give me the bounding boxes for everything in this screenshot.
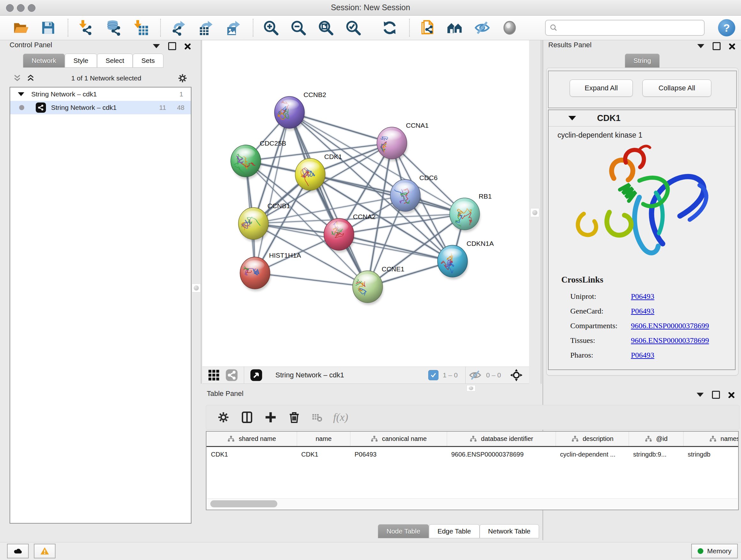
network-collection-row[interactable]: String Network – cdk1 1: [10, 87, 191, 101]
panel-menu-icon[interactable]: [697, 44, 704, 48]
import-network-database-icon[interactable]: [105, 20, 121, 36]
delete-column-icon[interactable]: [288, 411, 300, 424]
panel-float-icon[interactable]: [168, 42, 176, 50]
crosslink-link[interactable]: P06493: [631, 351, 654, 360]
table-cell[interactable]: stringdb:9...: [629, 451, 683, 458]
tab-string[interactable]: String: [625, 54, 660, 68]
section-collapse-icon[interactable]: [568, 116, 576, 120]
crosslink-link[interactable]: P06493: [631, 292, 654, 301]
panel-menu-icon[interactable]: [153, 44, 160, 48]
collapse-all-button[interactable]: Collapse All: [643, 79, 711, 97]
network-tree: String Network – cdk1 1 String Network –…: [10, 87, 192, 523]
network-row[interactable]: String Network – cdk1 11 48: [10, 101, 191, 114]
zoom-selected-icon[interactable]: [345, 20, 361, 36]
network-node-cdk1[interactable]: CDK1: [295, 153, 342, 192]
export-image-icon[interactable]: [225, 20, 241, 36]
panel-float-icon[interactable]: [712, 391, 720, 399]
table-options-gear-icon[interactable]: [217, 411, 230, 424]
grid-view-icon[interactable]: [207, 369, 220, 381]
network-node-hist1h1a[interactable]: HIST1H1A: [236, 252, 301, 291]
zoom-out-icon[interactable]: [290, 20, 307, 36]
table-horizontal-scrollbar[interactable]: [207, 498, 738, 509]
search-input[interactable]: [558, 23, 693, 32]
export-table-icon[interactable]: [198, 20, 214, 36]
crosslink-link[interactable]: 9606.ENSP00000378699: [631, 321, 709, 330]
panel-close-icon[interactable]: [729, 43, 735, 50]
panel-float-icon[interactable]: [713, 42, 721, 50]
network-node-rb1[interactable]: RB1: [450, 192, 492, 234]
gene-description: cyclin-dependent kinase 1: [557, 131, 735, 139]
network-node-ccnb2[interactable]: CCNB2: [274, 91, 326, 131]
tab-network-table[interactable]: Network Table: [480, 524, 539, 538]
table-cell[interactable]: stringdb: [683, 451, 739, 458]
open-session-icon[interactable]: [13, 20, 29, 36]
right-splitter-handle[interactable]: [530, 208, 539, 217]
cloud-status-button[interactable]: [7, 544, 29, 558]
panel-menu-icon[interactable]: [697, 393, 704, 397]
import-table-icon[interactable]: [133, 20, 149, 36]
tab-node-table[interactable]: Node Table: [378, 524, 429, 538]
fit-selected-icon[interactable]: [510, 369, 523, 381]
table-cell[interactable]: CDK1: [297, 451, 350, 458]
birdseye-view-icon[interactable]: [250, 369, 263, 381]
refresh-icon[interactable]: [382, 20, 398, 36]
network-edge[interactable]: [255, 273, 367, 287]
column-header-shared-name[interactable]: shared name: [206, 432, 297, 446]
left-splitter-handle[interactable]: [192, 284, 201, 293]
column-header-namespace[interactable]: namespace: [683, 432, 739, 446]
home-icon[interactable]: [447, 20, 463, 36]
left-splitter[interactable]: [201, 40, 202, 384]
memory-button[interactable]: Memory: [691, 544, 738, 558]
crosslink-row: GeneCard:P06493: [570, 304, 730, 318]
collapse-all-icon[interactable]: [13, 74, 22, 83]
column-header-database-identifier[interactable]: database identifier: [447, 432, 556, 446]
string-view-icon[interactable]: [225, 369, 238, 381]
expand-all-icon[interactable]: [26, 74, 35, 83]
selected-nodes-checkbox[interactable]: [428, 370, 439, 380]
warnings-button[interactable]: [34, 544, 56, 558]
tab-network[interactable]: Network: [23, 54, 65, 68]
crosslink-link[interactable]: P06493: [631, 307, 654, 315]
table-row[interactable]: CDK1CDK1P064939606.ENSP00000378699cyclin…: [206, 447, 738, 462]
table-cell[interactable]: cyclin-dependent ...: [556, 451, 629, 458]
tab-edge-table[interactable]: Edge Table: [429, 524, 480, 538]
show-columns-icon[interactable]: [241, 411, 253, 424]
crosslink-row: Tissues:9606.ENSP00000378699: [570, 333, 730, 348]
network-canvas[interactable]: CCNB2CCNA1CDC25BCDK1CDC6RB1CCNB1CCNA2CDK…: [202, 40, 529, 367]
show-hide-panels-icon[interactable]: [474, 20, 490, 36]
options-gear-icon[interactable]: [178, 73, 188, 83]
help-icon[interactable]: ?: [718, 19, 735, 37]
search-field[interactable]: [545, 20, 704, 36]
network-node-ccna1[interactable]: CCNA1: [374, 122, 428, 161]
share-file-icon[interactable]: [419, 20, 435, 36]
tab-select[interactable]: Select: [97, 54, 133, 68]
table-cell[interactable]: P06493: [350, 451, 447, 458]
table-cell[interactable]: 9606.ENSP00000378699: [447, 451, 556, 458]
table-tabs: Node Table Edge Table Network Table: [378, 524, 539, 538]
crosslink-link[interactable]: 9606.ENSP00000378699: [631, 336, 709, 345]
inspect-icon[interactable]: [502, 20, 518, 36]
panel-close-icon[interactable]: [185, 43, 191, 50]
zoom-fit-icon[interactable]: [318, 20, 334, 36]
collection-expand-icon[interactable]: [18, 92, 24, 96]
tab-sets[interactable]: Sets: [133, 54, 163, 68]
memory-status-icon: [697, 548, 703, 554]
column-header-canonical-name[interactable]: canonical name: [350, 432, 447, 446]
import-network-file-icon[interactable]: [78, 20, 94, 36]
zoom-in-icon[interactable]: [263, 20, 279, 36]
control-panel: Control Panel Network Style Select Sets …: [3, 40, 195, 540]
column-header--id[interactable]: @id: [629, 432, 683, 446]
tab-style[interactable]: Style: [65, 54, 97, 68]
table-cell[interactable]: CDK1: [206, 451, 297, 458]
add-column-icon[interactable]: [264, 411, 277, 424]
column-header-description[interactable]: description: [556, 432, 629, 446]
export-network-icon[interactable]: [171, 20, 186, 36]
hidden-items-icon[interactable]: [469, 369, 482, 381]
gene-section-header[interactable]: CDK1: [549, 110, 735, 126]
expand-all-button[interactable]: Expand All: [569, 79, 633, 97]
right-splitter[interactable]: [541, 40, 542, 384]
column-header-name[interactable]: name: [297, 432, 350, 446]
scrollbar-thumb[interactable]: [210, 500, 277, 507]
panel-close-icon[interactable]: [728, 392, 735, 398]
save-session-icon[interactable]: [40, 20, 56, 36]
